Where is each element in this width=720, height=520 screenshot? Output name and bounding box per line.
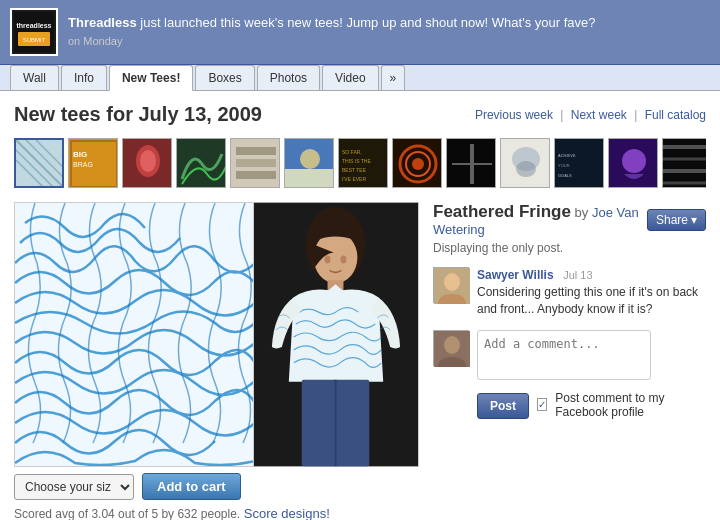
product-pattern-image (14, 202, 254, 467)
tab-photos[interactable]: Photos (257, 65, 320, 90)
thumb-6[interactable] (284, 138, 334, 188)
tab-new-tees[interactable]: New Tees! (109, 65, 193, 91)
svg-point-16 (140, 150, 156, 172)
displaying-text: Displaying the only post. (433, 241, 706, 255)
svg-point-33 (412, 158, 424, 170)
svg-text:I'VE EVER: I'VE EVER (342, 176, 366, 182)
comment-avatar (433, 267, 469, 303)
svg-point-65 (444, 273, 460, 291)
score-designs-link[interactable]: Score designs! (244, 506, 330, 520)
header: threadless SUBMIT Threadless just launch… (0, 0, 720, 65)
product-info: Feathered Fringe by Joe Van Wetering Sha… (433, 202, 706, 520)
header-message: Threadless just launched this week's new… (68, 14, 710, 50)
brand-name: Threadless (68, 15, 137, 30)
comment-input[interactable] (477, 330, 651, 380)
product-image-row (14, 202, 419, 467)
score-text: Scored avg of 3.04 out of 5 by 632 peopl… (14, 507, 240, 520)
product-controls: Choose your size Small Medium Large XL A… (14, 473, 419, 500)
svg-point-39 (516, 161, 536, 177)
product-images: Choose your size Small Medium Large XL A… (14, 202, 419, 520)
sep2: | (634, 108, 637, 122)
thumb-4[interactable] (176, 138, 226, 188)
page-navigation: Previous week | Next week | Full catalog (475, 108, 706, 122)
post-button[interactable]: Post (477, 393, 529, 419)
svg-point-24 (300, 149, 320, 169)
svg-rect-20 (236, 159, 276, 167)
add-to-cart-button[interactable]: Add to cart (142, 473, 241, 500)
tab-wall[interactable]: Wall (10, 65, 59, 90)
fb-label: Post comment to my Facebook profile (555, 391, 706, 419)
product-model-image (254, 202, 419, 467)
svg-text:GOALS: GOALS (558, 173, 572, 178)
tab-boxes[interactable]: Boxes (195, 65, 254, 90)
svg-point-63 (340, 255, 346, 263)
header-date: on Monday (68, 35, 122, 47)
comment-form: Post ✓ Post comment to my Facebook profi… (433, 330, 706, 419)
thumb-7[interactable]: SO FAR, THIS IS THE BEST TEE I'VE EVER (338, 138, 388, 188)
comment-item: Sawyer Willis Jul 13 Considering getting… (433, 267, 706, 318)
thumb-10[interactable] (500, 138, 550, 188)
thumb-13[interactable] (662, 138, 706, 188)
svg-text:SUBMIT: SUBMIT (23, 37, 46, 43)
thumb-1[interactable] (14, 138, 64, 188)
thumbnail-strip: BIG BRAG (14, 138, 706, 188)
svg-point-45 (622, 149, 646, 173)
svg-text:THIS IS THE: THIS IS THE (342, 158, 371, 164)
svg-rect-23 (285, 169, 334, 188)
comment-body: Sawyer Willis Jul 13 Considering getting… (477, 267, 706, 318)
comment-date: Jul 13 (563, 269, 592, 281)
main-content: New tees for July 13, 2009 Previous week… (0, 91, 720, 520)
svg-rect-19 (236, 147, 276, 155)
thumb-2[interactable]: BIG BRAG (68, 138, 118, 188)
share-icon: ▾ (691, 213, 697, 227)
next-week-link[interactable]: Next week (571, 108, 627, 122)
nav-more-button[interactable]: » (381, 65, 406, 90)
size-selector[interactable]: Choose your size Small Medium Large XL (14, 474, 134, 500)
svg-text:threadless: threadless (16, 22, 51, 29)
header-message-text: just launched this week's new tees! Jump… (140, 15, 595, 30)
full-catalog-link[interactable]: Full catalog (645, 108, 706, 122)
product-section: Choose your size Small Medium Large XL A… (14, 202, 706, 520)
current-user-avatar (433, 330, 469, 366)
comment-author[interactable]: Sawyer Willis (477, 268, 554, 282)
comment-text: Considering getting this one if it's on … (477, 284, 706, 318)
svg-text:ACHIEVE: ACHIEVE (558, 153, 576, 158)
tab-info[interactable]: Info (61, 65, 107, 90)
svg-point-67 (444, 336, 460, 354)
thumb-5[interactable] (230, 138, 280, 188)
thumb-8[interactable] (392, 138, 442, 188)
app-logo: threadless SUBMIT (10, 8, 58, 56)
thumb-9[interactable] (446, 138, 496, 188)
fb-checkbox[interactable]: ✓ (537, 398, 547, 411)
svg-rect-21 (236, 171, 276, 179)
thumb-11[interactable]: ACHIEVE YOUR GOALS (554, 138, 604, 188)
post-row: Post ✓ Post comment to my Facebook profi… (477, 391, 706, 419)
prev-week-link[interactable]: Previous week (475, 108, 553, 122)
svg-text:BIG: BIG (73, 150, 87, 159)
share-button[interactable]: Share ▾ (647, 209, 706, 231)
thumb-12[interactable] (608, 138, 658, 188)
thumb-3[interactable] (122, 138, 172, 188)
svg-point-62 (325, 255, 331, 263)
title-row: New tees for July 13, 2009 Previous week… (14, 103, 706, 126)
comment-input-group: Post ✓ Post comment to my Facebook profi… (477, 330, 706, 419)
sep1: | (560, 108, 563, 122)
tab-video[interactable]: Video (322, 65, 378, 90)
page-title: New tees for July 13, 2009 (14, 103, 262, 126)
product-title: Feathered Fringe (433, 202, 571, 221)
product-score-row: Scored avg of 3.04 out of 5 by 632 peopl… (14, 506, 419, 520)
svg-text:YOUR: YOUR (558, 163, 570, 168)
post-section: Post ✓ Post comment to my Facebook profi… (477, 391, 706, 419)
product-title-row: Feathered Fringe by Joe Van Wetering Sha… (433, 202, 706, 237)
nav-tabs: Wall Info New Tees! Boxes Photos Video » (0, 65, 720, 91)
svg-text:SO FAR,: SO FAR, (342, 149, 362, 155)
svg-text:BRAG: BRAG (73, 161, 93, 168)
product-title-group: Feathered Fringe by Joe Van Wetering (433, 202, 647, 237)
svg-text:BEST TEE: BEST TEE (342, 167, 367, 173)
